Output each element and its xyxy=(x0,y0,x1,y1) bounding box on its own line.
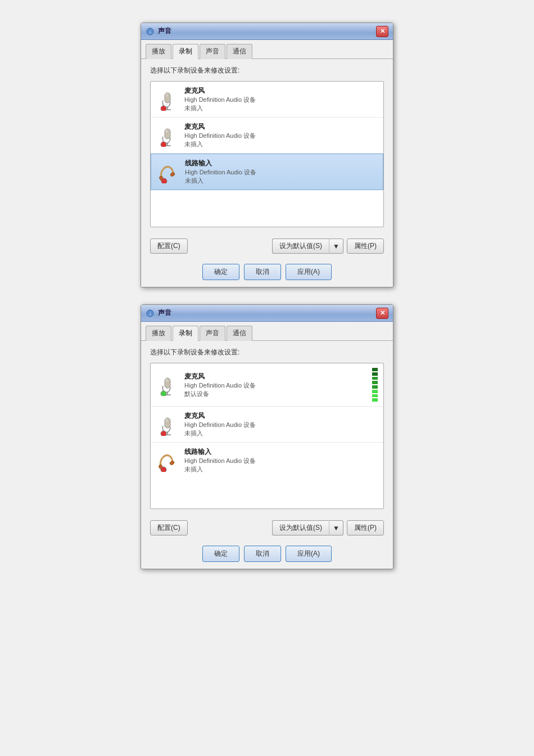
cancel-button[interactable]: 取消 xyxy=(244,546,281,562)
device-name: 麦克风 xyxy=(184,372,372,381)
app-icon: ♪ xyxy=(146,27,155,36)
device-info: 线路输入 High Definition Audio 设备 未插入 xyxy=(184,447,378,474)
cancel-button[interactable]: 取消 xyxy=(244,264,281,280)
device-desc: High Definition Audio 设备 xyxy=(184,457,378,465)
set-default-dropdown[interactable]: ▼ xyxy=(329,520,343,536)
dialog-body: 选择以下录制设备来修改设置: 麦克风 High Definition Audio… xyxy=(141,59,393,234)
device-desc: High Definition Audio 设备 xyxy=(184,381,372,390)
device-name: 麦克风 xyxy=(184,86,378,96)
device-icon xyxy=(156,413,179,436)
device-item[interactable]: 麦克风 High Definition Audio 设备 未插入 xyxy=(151,118,383,154)
device-status: 未插入 xyxy=(185,177,377,185)
instruction-text: 选择以下录制设备来修改设置: xyxy=(150,348,384,357)
svg-rect-22 xyxy=(165,379,168,382)
device-desc: High Definition Audio 设备 xyxy=(184,96,378,104)
device-item[interactable]: 线路输入 High Definition Audio 设备 未插入 xyxy=(151,154,383,190)
svg-rect-5 xyxy=(165,93,168,97)
device-desc: High Definition Audio 设备 xyxy=(185,168,377,177)
device-item[interactable]: 线路输入 High Definition Audio 设备 未插入 xyxy=(151,443,383,478)
title-bar: ♪ 声音 ✕ xyxy=(141,305,393,322)
device-info: 麦克风 High Definition Audio 设备 未插入 xyxy=(184,122,378,148)
level-meter xyxy=(372,368,378,402)
svg-point-11 xyxy=(161,142,166,147)
confirm-row: 确定 取消 应用(A) xyxy=(141,259,393,287)
device-name: 线路输入 xyxy=(185,159,377,168)
app-icon: ♪ xyxy=(146,309,155,318)
device-icon xyxy=(156,374,179,396)
device-list: 麦克风 High Definition Audio 设备 默认设备 麦克风 Hi… xyxy=(150,363,384,509)
device-item[interactable]: 麦克风 High Definition Audio 设备 未插入 xyxy=(151,407,383,443)
device-info: 麦克风 High Definition Audio 设备 未插入 xyxy=(184,86,378,112)
set-default-group: 设为默认值(S) ▼ xyxy=(272,238,343,254)
set-default-button[interactable]: 设为默认值(S) xyxy=(272,520,329,536)
properties-button[interactable]: 属性(P) xyxy=(347,520,384,536)
close-button[interactable]: ✕ xyxy=(376,26,388,37)
dialog-title: 声音 xyxy=(158,308,171,318)
device-icon xyxy=(156,88,179,111)
button-row: 配置(C) 设为默认值(S) ▼ 属性(P) xyxy=(141,516,393,541)
device-name: 麦克风 xyxy=(184,411,378,421)
dialog-title: 声音 xyxy=(158,26,171,36)
configure-button[interactable]: 配置(C) xyxy=(150,238,188,254)
title-bar-left: ♪ 声音 xyxy=(146,308,171,318)
tab-bar: 播放录制声音通信 xyxy=(141,322,393,341)
apply-button[interactable]: 应用(A) xyxy=(286,264,332,280)
button-row: 配置(C) 设为默认值(S) ▼ 属性(P) xyxy=(141,234,393,259)
device-status: 未插入 xyxy=(184,465,378,474)
apply-button[interactable]: 应用(A) xyxy=(286,546,332,562)
device-icon xyxy=(156,449,179,472)
device-info: 麦克风 High Definition Audio 设备 默认设备 xyxy=(184,372,372,398)
device-info: 线路输入 High Definition Audio 设备 未插入 xyxy=(185,159,377,185)
set-default-dropdown[interactable]: ▼ xyxy=(329,238,343,254)
device-desc: High Definition Audio 设备 xyxy=(184,421,378,429)
device-item[interactable]: 麦克风 High Definition Audio 设备 未插入 xyxy=(151,82,383,118)
tab-播放[interactable]: 播放 xyxy=(146,326,171,341)
device-status: 默认设备 xyxy=(184,390,372,398)
properties-button[interactable]: 属性(P) xyxy=(347,238,384,254)
svg-text:♪: ♪ xyxy=(149,29,151,34)
device-status: 未插入 xyxy=(184,429,378,438)
set-default-button[interactable]: 设为默认值(S) xyxy=(272,238,329,254)
device-name: 麦克风 xyxy=(184,122,378,132)
tab-录制[interactable]: 录制 xyxy=(173,326,198,341)
svg-rect-10 xyxy=(165,129,168,133)
svg-text:♪: ♪ xyxy=(149,311,151,316)
device-status: 未插入 xyxy=(184,140,378,148)
close-button[interactable]: ✕ xyxy=(376,308,388,319)
device-desc: High Definition Audio 设备 xyxy=(184,132,378,140)
instruction-text: 选择以下录制设备来修改设置: xyxy=(150,66,384,75)
tab-bar: 播放录制声音通信 xyxy=(141,40,393,59)
device-item[interactable]: 麦克风 High Definition Audio 设备 默认设备 xyxy=(151,363,383,407)
svg-rect-27 xyxy=(165,418,168,422)
device-list: 麦克风 High Definition Audio 设备 未插入 麦克风 Hig… xyxy=(150,81,384,227)
configure-button[interactable]: 配置(C) xyxy=(150,520,188,536)
device-icon xyxy=(156,124,179,147)
dialog-1: ♪ 声音 ✕ 播放录制声音通信选择以下录制设备来修改设置: 麦克风 High D… xyxy=(141,22,393,287)
tab-声音[interactable]: 声音 xyxy=(200,326,225,341)
title-bar-left: ♪ 声音 xyxy=(146,26,171,36)
svg-point-6 xyxy=(161,106,166,111)
ok-button[interactable]: 确定 xyxy=(202,546,239,562)
tab-播放[interactable]: 播放 xyxy=(146,44,171,59)
dialog-wrapper: ♪ 声音 ✕ 播放录制声音通信选择以下录制设备来修改设置: 麦克风 High D… xyxy=(11,22,523,569)
tab-通信[interactable]: 通信 xyxy=(227,326,252,341)
device-name: 线路输入 xyxy=(184,447,378,457)
dialog-body: 选择以下录制设备来修改设置: 麦克风 High Definition Audio… xyxy=(141,341,393,516)
svg-point-23 xyxy=(161,391,166,396)
tab-录制[interactable]: 录制 xyxy=(173,44,198,59)
device-status: 未插入 xyxy=(184,104,378,112)
device-info: 麦克风 High Definition Audio 设备 未插入 xyxy=(184,411,378,438)
tab-通信[interactable]: 通信 xyxy=(227,44,252,59)
dialog-2: ♪ 声音 ✕ 播放录制声音通信选择以下录制设备来修改设置: 麦克风 High D… xyxy=(141,304,393,569)
tab-声音[interactable]: 声音 xyxy=(200,44,225,59)
svg-point-33 xyxy=(161,467,166,472)
set-default-group: 设为默认值(S) ▼ xyxy=(272,520,343,536)
ok-button[interactable]: 确定 xyxy=(202,264,239,280)
title-bar: ♪ 声音 ✕ xyxy=(141,23,393,40)
svg-point-28 xyxy=(161,431,166,436)
confirm-row: 确定 取消 应用(A) xyxy=(141,541,393,569)
svg-point-16 xyxy=(161,178,167,183)
device-icon xyxy=(157,161,179,183)
